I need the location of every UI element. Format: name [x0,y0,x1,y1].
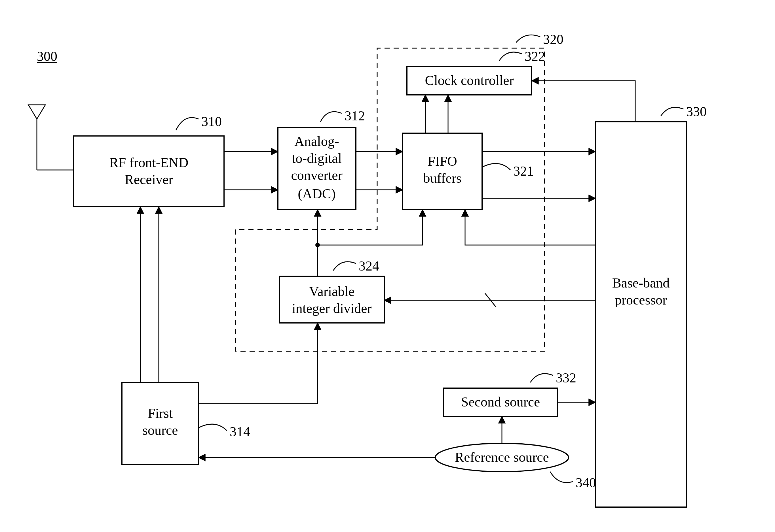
baseband-block: Base-band processor [596,122,686,507]
adc-label-3: converter [291,168,342,183]
adc-block: Analog- to-digital converter (ADC) [278,127,356,210]
reference-source-ref: 340 [575,475,596,490]
adc-label-2: to-digital [292,151,342,166]
first-source-label-1: First [148,406,173,421]
fifo-block: FIFO buffers [403,133,482,210]
reference-source-label: Reference source [455,450,549,465]
divider-label-1: Variable [309,284,354,299]
rf-receiver-label-2: Receiver [125,172,173,187]
adc-ref: 312 [345,108,365,123]
svg-rect-5 [279,276,384,323]
clock-controller-block: Clock controller [407,67,532,95]
second-source-label: Second source [461,394,540,409]
divider-label-2: integer divider [292,301,371,316]
baseband-label-1: Base-band [612,275,670,290]
first-source-ref: 314 [230,424,250,439]
wire-bb-fifo-clk [465,210,596,245]
divider-ref: 324 [359,258,379,273]
adc-label-1: Analog- [294,134,339,149]
baseband-label-2: processor [615,292,667,307]
rf-receiver-ref: 310 [201,114,222,129]
rf-receiver-block: RF front-END Receiver [74,136,224,207]
block-diagram: 300 RF front-END Receiver 310 Analog- to… [0,0,775,532]
fifo-label-2: buffers [423,171,461,186]
svg-rect-1 [74,136,224,207]
antenna-icon [28,105,74,170]
clock-controller-label: Clock controller [425,73,513,88]
baseband-ref: 330 [686,104,707,119]
svg-rect-9 [596,122,686,507]
first-source-label-2: source [142,423,178,438]
second-source-ref: 332 [556,370,576,385]
first-source-block: First source [122,382,199,465]
adc-label-4: (ADC) [298,186,336,201]
reference-source-block: Reference source [435,443,568,472]
wire-bb-clk [532,81,635,122]
wire-src1-div [199,323,318,404]
rf-receiver-label-1: RF front-END [109,155,188,170]
wire-div-fifo [318,210,422,245]
second-source-block: Second source [444,388,557,416]
divider-block: Variable integer divider [279,276,384,323]
fifo-label-1: FIFO [428,154,457,169]
figure-ref: 300 [37,49,57,64]
group-ref: 320 [543,32,563,47]
clock-controller-ref: 322 [524,49,545,64]
fifo-ref: 321 [513,163,534,178]
